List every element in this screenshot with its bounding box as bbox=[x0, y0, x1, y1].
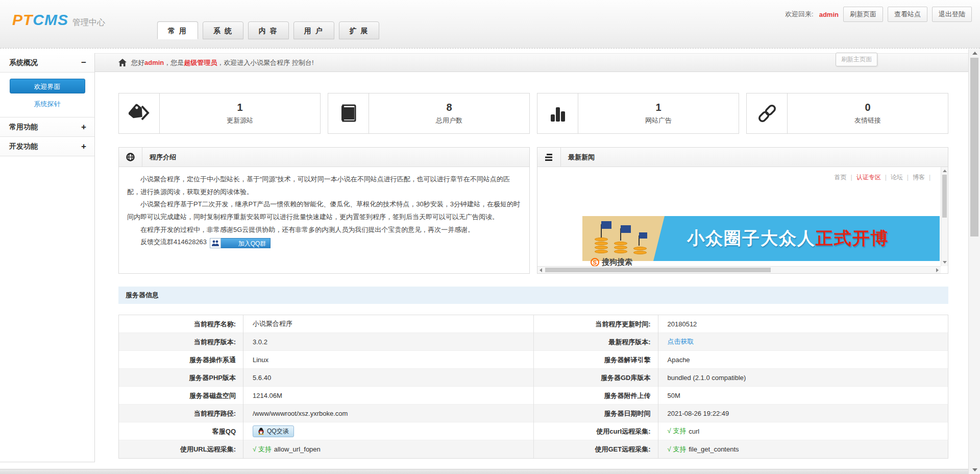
program-intro-panel: 程序介绍 小说聚合程序，定位于中小型站长，基于“同源”技术，可以对同一本小说在不… bbox=[118, 147, 530, 274]
scroll-thumb[interactable] bbox=[545, 268, 771, 272]
scroll-up-arrow[interactable] bbox=[972, 52, 977, 55]
scroll-up-arrow[interactable] bbox=[943, 170, 947, 172]
intro-paragraph: 小说聚合程序基于PT二次开发，继承PT产品一惯依赖的智能化、傻瓜化、草根化的技术… bbox=[127, 198, 521, 223]
table-row: 当前程序路径: /www/wwwroot/xsz.yxrboke.com bbox=[119, 405, 533, 422]
refresh-page-button[interactable]: 刷新页面 bbox=[843, 7, 883, 22]
scroll-right-arrow[interactable] bbox=[936, 268, 939, 272]
table-row: 客服QQ QQ交谈 bbox=[119, 422, 533, 440]
tab-system[interactable]: 系 统 bbox=[203, 21, 243, 39]
sidebar: 系统概况 − 欢迎界面 系统探针 常用功能 + 开发功能 + bbox=[0, 53, 95, 462]
stat-card-site-ads: 1 网站广告 bbox=[537, 93, 739, 134]
page-vertical-scrollbar[interactable] bbox=[968, 49, 980, 474]
greeting-post: ，欢迎进入小说聚合程序 控制台! bbox=[217, 58, 313, 67]
get-latest-version-link[interactable]: 点击获取 bbox=[668, 337, 694, 346]
expand-plus-icon[interactable]: + bbox=[81, 123, 86, 131]
main-content: 您好 admin ，您是 超级管理员 ，欢迎进入小说聚合程序 控制台! 刷新主页… bbox=[95, 49, 968, 474]
news-banner-image[interactable]: 小众圈子大众人正式开博 bbox=[582, 216, 940, 261]
sidebar-section-title: 开发功能 bbox=[9, 142, 38, 151]
view-site-button[interactable]: 查看站点 bbox=[888, 7, 927, 22]
link-icon bbox=[747, 93, 788, 133]
table-row: 使用curl远程采集: √ 支持 curl bbox=[534, 422, 948, 440]
next-section-edge bbox=[0, 469, 968, 474]
app-logo: PT CMS 管理中心 bbox=[12, 11, 105, 29]
list-icon bbox=[537, 148, 561, 167]
greeting-mid: ，您是 bbox=[164, 58, 184, 67]
news-link-blog[interactable]: 博客 bbox=[913, 174, 925, 181]
banner-slogan: 小众圈子大众人正式开博 bbox=[687, 227, 889, 250]
sidebar-section-common-functions[interactable]: 常用功能 + bbox=[0, 117, 94, 137]
table-row: 服务器磁盘空间 1214.06M bbox=[119, 387, 533, 405]
table-row: 服务器PHP版本 5.6.40 bbox=[119, 369, 533, 387]
stat-label: 更新源站 bbox=[227, 116, 253, 125]
news-link-forum[interactable]: 论坛 bbox=[891, 174, 903, 181]
panel-title: 程序介绍 bbox=[142, 148, 176, 167]
table-row: 服务器GD库版本 bundled (2.1.0 compatible) bbox=[534, 369, 948, 387]
news-link-certified[interactable]: 认证专区 bbox=[856, 174, 881, 181]
qq-penguin-icon bbox=[258, 428, 264, 435]
stat-value: 1 bbox=[237, 102, 242, 113]
globe-icon bbox=[119, 148, 142, 167]
scroll-down-arrow[interactable] bbox=[943, 261, 947, 264]
scroll-down-arrow[interactable] bbox=[972, 468, 977, 471]
sidebar-section-title: 系统概况 bbox=[9, 58, 38, 67]
table-row: 使用URL远程采集: √ 支持 allow_url_fopen bbox=[119, 440, 533, 458]
stat-label: 总用户数 bbox=[436, 116, 462, 125]
stat-card-friend-links: 0 友情链接 bbox=[746, 93, 948, 134]
qq-group-line: 反馈交流群414628263 加入QQ群 bbox=[127, 236, 521, 249]
qq-group-icon bbox=[210, 238, 221, 248]
qq-chat-button[interactable]: QQ交谈 bbox=[253, 425, 294, 437]
server-table-left: 当前程序名称: 小说聚合程序 当前程序版本: 3.0.2 服务器操作系通 Lin… bbox=[119, 315, 534, 458]
tab-common[interactable]: 常 用 bbox=[157, 21, 198, 39]
greeting-role: 超级管理员 bbox=[184, 58, 217, 67]
username: admin bbox=[819, 11, 839, 18]
scroll-thumb[interactable] bbox=[970, 58, 978, 236]
table-row: 服务器解译引擎 Apache bbox=[534, 351, 948, 369]
news-vertical-scrollbar[interactable] bbox=[941, 167, 948, 266]
home-icon bbox=[118, 59, 127, 66]
book-icon bbox=[328, 93, 369, 133]
welcome-label: 欢迎回来: bbox=[785, 10, 814, 19]
scroll-left-arrow[interactable] bbox=[540, 268, 542, 272]
table-row: 服务器附件上传 50M bbox=[534, 387, 948, 405]
table-row: 当前程序名称: 小说聚合程序 bbox=[119, 315, 533, 333]
greeting-pre: 您好 bbox=[131, 58, 144, 67]
table-row: 当前程序更新时间: 20180512 bbox=[534, 315, 948, 333]
sidebar-section-system-overview[interactable]: 系统概况 − bbox=[0, 53, 94, 73]
stat-value: 0 bbox=[865, 102, 870, 113]
intro-paragraph: 小说聚合程序，定位于中小型站长，基于“同源”技术，可以对同一本小说在不同站点进行… bbox=[127, 173, 521, 198]
tab-extend[interactable]: 扩 展 bbox=[339, 21, 380, 39]
news-nav-links: 首页|认证专区|论坛|博客| bbox=[835, 173, 935, 182]
top-header: PT CMS 管理中心 欢迎回来: admin 刷新页面 查看站点 退出登陆 常… bbox=[0, 0, 980, 49]
sidebar-item-system-probe[interactable]: 系统探针 bbox=[10, 100, 85, 109]
server-info-table: 当前程序名称: 小说聚合程序 当前程序版本: 3.0.2 服务器操作系通 Lin… bbox=[118, 315, 948, 459]
flag-shape bbox=[639, 232, 647, 239]
program-intro-text: 小说聚合程序，定位于中小型站长，基于“同源”技术，可以对同一本小说在不同站点进行… bbox=[119, 167, 529, 249]
join-qq-group-button[interactable]: 加入QQ群 bbox=[210, 238, 271, 248]
table-row: 最新程序版本: 点击获取 bbox=[534, 333, 948, 351]
stat-cards: 1 更新源站 8 总用户数 bbox=[118, 93, 948, 134]
stat-value: 1 bbox=[655, 102, 661, 113]
tab-content[interactable]: 内 容 bbox=[248, 21, 289, 39]
sidebar-section-dev-functions[interactable]: 开发功能 + bbox=[0, 137, 94, 156]
collapse-minus-icon[interactable]: − bbox=[81, 58, 86, 67]
user-bar: 欢迎回来: admin 刷新页面 查看站点 退出登陆 bbox=[785, 7, 972, 22]
news-horizontal-scrollbar[interactable] bbox=[537, 266, 941, 273]
stat-card-source-sites: 1 更新源站 bbox=[118, 93, 321, 134]
panel-title: 最新新闻 bbox=[561, 148, 595, 167]
sidebar-section-title: 常用功能 bbox=[9, 123, 38, 132]
news-link-home[interactable]: 首页 bbox=[835, 174, 847, 181]
sidebar-item-welcome[interactable]: 欢迎界面 bbox=[10, 79, 85, 93]
nav-tabs: 常 用 系 统 内 容 用 户 扩 展 bbox=[157, 21, 379, 39]
refresh-home-tooltip: 刷新主页面 bbox=[836, 53, 877, 66]
server-table-right: 当前程序更新时间: 20180512 最新程序版本: 点击获取 服务器解译引擎 … bbox=[534, 315, 948, 458]
scroll-thumb[interactable] bbox=[942, 175, 947, 218]
flag-shape bbox=[601, 221, 611, 229]
tab-user[interactable]: 用 户 bbox=[293, 21, 334, 39]
support-check: √ 支持 bbox=[253, 445, 272, 454]
expand-plus-icon[interactable]: + bbox=[81, 142, 86, 151]
support-check: √ 支持 bbox=[668, 426, 687, 436]
logout-button[interactable]: 退出登陆 bbox=[932, 7, 972, 22]
logo-suffix: 管理中心 bbox=[72, 17, 105, 28]
stat-value: 8 bbox=[446, 102, 452, 113]
server-info-section-header: 服务器信息 bbox=[118, 287, 948, 304]
